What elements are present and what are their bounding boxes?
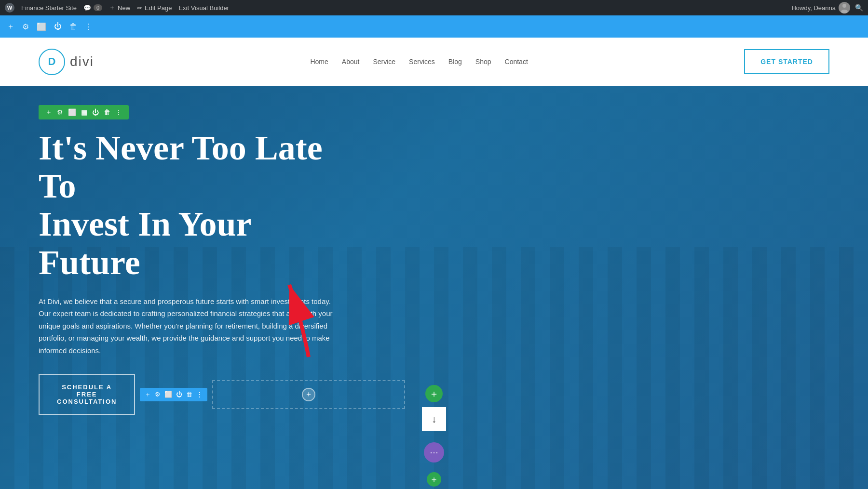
- row-gear-icon[interactable]: ⚙: [57, 108, 63, 116]
- user-avatar: [839, 2, 850, 13]
- row-plus-icon[interactable]: ＋: [45, 108, 52, 117]
- logo-letter: D: [48, 55, 56, 68]
- hero-title-line2: Invest In Your Future: [39, 205, 251, 281]
- row-columns-icon[interactable]: ▦: [81, 108, 87, 116]
- nav-contact[interactable]: Contact: [505, 58, 528, 66]
- howdy-text: Howdy, Deanna: [791, 4, 836, 12]
- site-name: Finance Starter Site: [21, 4, 77, 12]
- vb-power-icon[interactable]: ⏻: [54, 22, 62, 31]
- wp-logo-item[interactable]: W: [5, 3, 14, 13]
- add-module-button[interactable]: ＋: [302, 388, 315, 401]
- module-trash-icon[interactable]: 🗑: [186, 391, 192, 398]
- pencil-icon: ✏: [137, 4, 142, 12]
- nav-blog[interactable]: Blog: [448, 58, 462, 66]
- hero-content: ＋ ⚙ ⬜ ▦ ⏻ 🗑 ⋮ It's Never Too Late To Inv…: [0, 86, 376, 434]
- row-copy-icon[interactable]: ⬜: [68, 108, 76, 116]
- hero-title-line1: It's Never Too Late To: [39, 129, 323, 205]
- vb-toolbar: ＋ ⚙ ⬜ ⏻ 🗑 ⋮: [0, 15, 868, 38]
- site-logo: D divi: [39, 49, 94, 75]
- edit-page-label: Edit Page: [145, 4, 172, 12]
- nav-about[interactable]: About: [342, 58, 360, 66]
- module-gear-icon[interactable]: ⚙: [155, 391, 161, 398]
- edit-page-item[interactable]: ✏ Edit Page: [137, 4, 172, 12]
- exit-builder-item[interactable]: Exit Visual Builder: [178, 4, 229, 12]
- site-header: D divi Home About Service Services Blog …: [0, 38, 868, 86]
- row-more-icon[interactable]: ⋮: [115, 108, 122, 116]
- row-toolbar: ＋ ⚙ ⬜ ▦ ⏻ 🗑 ⋮: [39, 105, 129, 119]
- nav-service[interactable]: Service: [373, 58, 395, 66]
- vb-gear-icon[interactable]: ⚙: [22, 22, 29, 31]
- nav-shop[interactable]: Shop: [475, 58, 491, 66]
- exit-builder-label: Exit Visual Builder: [178, 4, 229, 12]
- svg-point-0: [842, 4, 846, 8]
- hero-section: ＋ ⚙ ⬜ ▦ ⏻ 🗑 ⋮ It's Never Too Late To Inv…: [0, 86, 868, 489]
- vb-plus-icon[interactable]: ＋: [7, 22, 14, 32]
- down-arrow-button[interactable]: ↓: [422, 407, 446, 431]
- wp-logo: W: [5, 3, 14, 13]
- comments-count: 0: [94, 4, 102, 11]
- plus-icon-admin: ＋: [109, 3, 115, 12]
- row-power-icon[interactable]: ⏻: [92, 108, 99, 116]
- hero-title: It's Never Too Late To Invest In Your Fu…: [39, 129, 338, 282]
- comment-icon: 💬: [83, 4, 91, 12]
- module-copy-icon[interactable]: ⬜: [164, 391, 172, 398]
- logo-circle: D: [39, 49, 65, 75]
- add-section-button[interactable]: ＋: [427, 472, 441, 487]
- logo-text: divi: [70, 54, 94, 69]
- cta-button[interactable]: SCHEDULE A FREE CONSULTATION: [39, 374, 135, 415]
- vb-copy-icon[interactable]: ⬜: [37, 22, 46, 31]
- search-icon-admin[interactable]: 🔍: [855, 4, 863, 12]
- new-item[interactable]: ＋ New: [109, 3, 130, 12]
- module-plus-icon[interactable]: ＋: [145, 390, 151, 399]
- get-started-button[interactable]: GET STARTED: [744, 49, 829, 74]
- howdy-user: Howdy, Deanna: [791, 2, 850, 13]
- page-wrapper: D divi Home About Service Services Blog …: [0, 38, 868, 489]
- hero-description: At Divi, we believe that a secure and pr…: [39, 295, 338, 357]
- comments-item[interactable]: 💬 0: [83, 4, 102, 12]
- site-nav: Home About Service Services Blog Shop Co…: [310, 58, 528, 66]
- site-name-item[interactable]: Finance Starter Site: [21, 4, 77, 12]
- nav-services[interactable]: Services: [409, 58, 435, 66]
- admin-bar: W Finance Starter Site 💬 0 ＋ New ✏ Edit …: [0, 0, 868, 15]
- svg-point-1: [841, 10, 848, 13]
- chat-button[interactable]: ⋯: [424, 442, 444, 463]
- add-row-button[interactable]: ＋: [425, 385, 443, 402]
- module-toolbar: ＋ ⚙ ⬜ ⏻ 🗑 ⋮: [140, 388, 207, 401]
- row-trash-icon[interactable]: 🗑: [104, 108, 110, 116]
- nav-home[interactable]: Home: [310, 58, 328, 66]
- vb-more-icon[interactable]: ⋮: [85, 22, 93, 31]
- new-label: New: [118, 4, 130, 12]
- module-power-icon[interactable]: ⏻: [176, 391, 182, 398]
- empty-module-area: ＋: [212, 380, 405, 409]
- button-row: SCHEDULE A FREE CONSULTATION ＋ ⚙ ⬜ ⏻ 🗑 ⋮…: [39, 374, 338, 415]
- module-more-icon[interactable]: ⋮: [196, 391, 203, 398]
- vb-trash-icon[interactable]: 🗑: [69, 22, 77, 31]
